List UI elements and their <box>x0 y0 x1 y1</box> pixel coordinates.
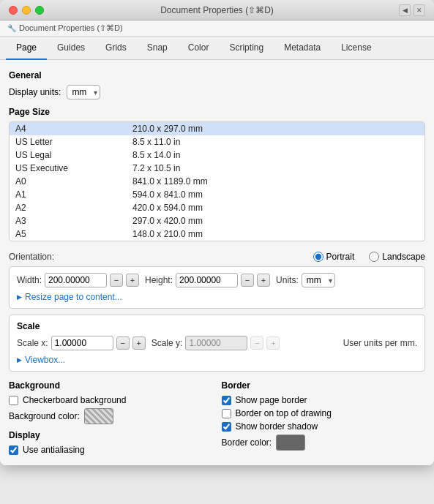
orientation-radio-group: Portrait Landscape <box>313 252 425 262</box>
minimize-button[interactable] <box>22 6 31 15</box>
tab-page[interactable]: Page <box>6 37 47 60</box>
viewbox-link[interactable]: Viewbox... <box>17 355 417 365</box>
scroll-left-icon[interactable]: ◀ <box>399 4 411 16</box>
scale-y-input <box>185 336 247 350</box>
display-units-row: Display units: mm px in cm pt <box>9 85 425 99</box>
scale-row: Scale x: − + Scale y: − + User units per… <box>17 336 417 350</box>
height-label: Height: <box>145 275 173 285</box>
scale-section: Scale Scale x: − + Scale y: − + User uni… <box>9 315 425 372</box>
orientation-row: Orientation: Portrait Landscape <box>9 247 425 266</box>
scale-x-input[interactable] <box>51 336 113 350</box>
width-input[interactable] <box>45 273 107 287</box>
page-size-dims: 7.2 x 10.5 in <box>127 162 424 175</box>
window-title: Document Properties (⇧⌘D) <box>160 5 274 15</box>
page-size-dims: 148.0 x 210.0 mm <box>127 227 424 241</box>
page-size-table: A4 210.0 x 297.0 mm US Letter 8.5 x 11.0… <box>10 122 424 241</box>
page-size-title: Page Size <box>9 107 425 117</box>
resize-link[interactable]: Resize page to content... <box>17 292 417 302</box>
table-row[interactable]: US Executive 7.2 x 10.5 in <box>10 162 424 175</box>
bg-color-swatch[interactable] <box>84 408 113 424</box>
antialiasing-checkbox[interactable] <box>9 445 18 455</box>
table-row[interactable]: A2 420.0 x 594.0 mm <box>10 201 424 214</box>
subtitle-label: Document Properties (⇧⌘D) <box>19 23 123 33</box>
close-icon[interactable]: ✕ <box>414 4 425 16</box>
table-row[interactable]: A5 148.0 x 210.0 mm <box>10 227 424 241</box>
general-title: General <box>9 70 425 80</box>
antialiasing-option[interactable]: Use antialiasing <box>9 445 213 455</box>
checkerboard-label: Checkerboard background <box>23 395 126 405</box>
height-decrement-button[interactable]: − <box>241 274 254 287</box>
portrait-option[interactable]: Portrait <box>313 252 355 262</box>
page-size-dims: 8.5 x 14.0 in <box>127 148 424 162</box>
title-bar: Document Properties (⇧⌘D) ◀ ✕ <box>0 0 434 20</box>
show-border-shadow-label: Show border shadow <box>236 421 318 432</box>
page-size-name: US Letter <box>10 135 127 148</box>
landscape-option[interactable]: Landscape <box>369 252 425 262</box>
page-size-section: A4 210.0 x 297.0 mm US Letter 8.5 x 11.0… <box>9 121 425 241</box>
units-label: Units: <box>276 275 299 285</box>
table-row[interactable]: A4 210.0 x 297.0 mm <box>10 122 424 135</box>
page-size-dims: 420.0 x 594.0 mm <box>127 201 424 214</box>
tab-color[interactable]: Color <box>178 37 220 60</box>
table-row[interactable]: A1 594.0 x 841.0 mm <box>10 188 424 201</box>
tab-grids[interactable]: Grids <box>95 37 137 60</box>
scale-y-increment-button: + <box>266 336 280 350</box>
scale-title: Scale <box>17 321 417 331</box>
page-size-name: A4 <box>10 122 127 135</box>
checkerboard-option[interactable]: Checkerboard background <box>9 395 213 405</box>
tab-snap[interactable]: Snap <box>137 37 178 60</box>
window: Document Properties (⇧⌘D) ◀ ✕ 🔧 Document… <box>0 0 434 465</box>
tabs-bar: Page Guides Grids Snap Color Scripting M… <box>0 37 434 60</box>
width-group: Width: − + <box>17 273 139 287</box>
maximize-button[interactable] <box>35 6 44 15</box>
show-page-border-checkbox[interactable] <box>222 396 231 405</box>
tab-scripting[interactable]: Scripting <box>219 37 274 60</box>
width-increment-button[interactable]: + <box>126 274 139 287</box>
border-color-row: Border color: <box>222 435 426 451</box>
scale-y-decrement-button: − <box>250 336 263 350</box>
subtitle-icon: 🔧 <box>7 24 16 32</box>
border-title: Border <box>222 380 426 391</box>
page-size-dims: 594.0 x 841.0 mm <box>127 188 424 201</box>
tab-metadata[interactable]: Metadata <box>274 37 331 60</box>
tab-guides[interactable]: Guides <box>47 37 95 60</box>
display-units-label: Display units: <box>9 87 61 97</box>
height-input[interactable] <box>176 273 238 287</box>
table-row[interactable]: US Letter 8.5 x 11.0 in <box>10 135 424 148</box>
width-label: Width: <box>17 275 42 285</box>
table-row[interactable]: US Legal 8.5 x 14.0 in <box>10 148 424 162</box>
display-units-select[interactable]: mm px in cm pt <box>67 85 100 99</box>
show-border-shadow-checkbox[interactable] <box>222 422 231 432</box>
display-units-wrapper: mm px in cm pt <box>67 85 100 99</box>
show-page-border-label: Show page border <box>236 395 307 405</box>
height-increment-button[interactable]: + <box>257 274 270 287</box>
border-on-top-option[interactable]: Border on top of drawing <box>222 408 426 418</box>
page-size-name: A0 <box>10 175 127 188</box>
tab-license[interactable]: License <box>331 37 381 60</box>
border-on-top-checkbox[interactable] <box>222 409 231 418</box>
bg-color-row: Background color: <box>9 408 213 424</box>
bottom-section: Background Checkerboard background Backg… <box>9 377 425 458</box>
custom-size-row: Width: − + Height: − + Units: mm <box>17 273 417 287</box>
page-content: General Display units: mm px in cm pt Pa… <box>0 60 434 465</box>
show-page-border-option[interactable]: Show page border <box>222 395 426 405</box>
checkerboard-checkbox[interactable] <box>9 396 18 405</box>
table-row[interactable]: A0 841.0 x 1189.0 mm <box>10 175 424 188</box>
portrait-radio[interactable] <box>313 252 323 262</box>
border-color-label: Border color: <box>222 437 272 448</box>
page-size-name: US Legal <box>10 148 127 162</box>
width-decrement-button[interactable]: − <box>110 274 123 287</box>
border-section: Border Show page border Border on top of… <box>222 377 426 458</box>
display-title: Display <box>9 430 213 440</box>
page-size-name: A5 <box>10 227 127 241</box>
landscape-radio[interactable] <box>369 252 379 262</box>
scale-x-decrement-button[interactable]: − <box>116 336 130 350</box>
show-border-shadow-option[interactable]: Show border shadow <box>222 421 426 432</box>
scale-x-increment-button[interactable]: + <box>132 336 146 350</box>
custom-units-select[interactable]: mm px in cm <box>302 273 335 287</box>
close-button[interactable] <box>9 6 18 15</box>
antialiasing-label: Use antialiasing <box>23 445 85 455</box>
table-row[interactable]: A3 297.0 x 420.0 mm <box>10 214 424 227</box>
border-color-swatch[interactable] <box>276 435 305 451</box>
page-size-name: A2 <box>10 201 127 214</box>
